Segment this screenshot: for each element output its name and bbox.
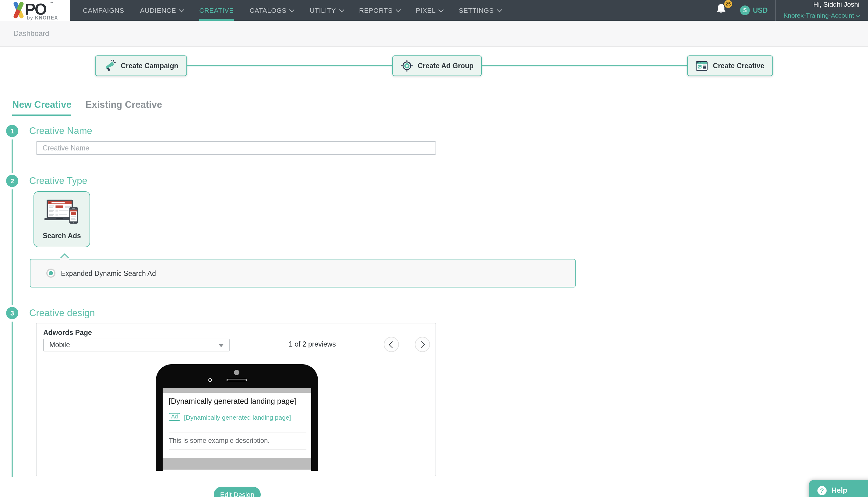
nav-item-label: REPORTS bbox=[359, 7, 393, 14]
section-title-creative-design: Creative design bbox=[29, 307, 95, 319]
question-mark-icon: ? bbox=[817, 486, 827, 495]
breadcrumb-bar: Dashboard bbox=[0, 21, 868, 47]
chevron-down-icon bbox=[497, 7, 502, 13]
top-navbar: PO ™ by KNOREX CAMPAIGNS AUDIENCE CREATI… bbox=[0, 0, 868, 21]
notifications-button[interactable]: 25 bbox=[716, 3, 727, 18]
nav-item-campaigns[interactable]: CAMPAIGNS bbox=[75, 0, 132, 21]
ad-badge: Ad bbox=[169, 413, 180, 421]
stepper-connector bbox=[187, 65, 392, 67]
step-rail-line bbox=[12, 140, 13, 173]
nav-item-label: PIXEL bbox=[416, 7, 436, 14]
logo-byline: by KNOREX bbox=[27, 15, 58, 21]
tab-new-creative[interactable]: New Creative bbox=[12, 99, 72, 116]
step-create-ad-group[interactable]: Create Ad Group bbox=[392, 55, 482, 76]
chevron-down-icon bbox=[179, 7, 184, 13]
dollar-icon: $ bbox=[740, 5, 750, 15]
next-preview-button[interactable] bbox=[415, 337, 430, 352]
previous-preview-button[interactable] bbox=[384, 337, 399, 352]
target-icon bbox=[401, 60, 413, 72]
search-ads-card[interactable]: Search Ads bbox=[33, 191, 90, 247]
megaphone-icon bbox=[103, 60, 116, 72]
creative-design-panel: Adwords Page Mobile 1 of 2 previews [Dyn… bbox=[36, 323, 436, 476]
main-nav: CAMPAIGNS AUDIENCE CREATIVE CATALOGS UTI… bbox=[75, 0, 509, 21]
step-number-1: 1 bbox=[6, 125, 18, 137]
nav-item-catalogs[interactable]: CATALOGS bbox=[242, 0, 302, 21]
phone-sensor-dot bbox=[208, 378, 212, 382]
phone-status-bar bbox=[162, 388, 311, 393]
chevron-down-icon bbox=[396, 7, 401, 13]
phone-camera-dot bbox=[234, 370, 239, 375]
nav-item-label: CREATIVE bbox=[199, 7, 233, 14]
ad-description: This is some example description. bbox=[169, 437, 270, 444]
radio-expanded-dynamic-search-ad[interactable]: Expanded Dynamic Search Ad bbox=[30, 259, 575, 287]
radio-selected-icon bbox=[46, 269, 55, 278]
step-number-2: 2 bbox=[6, 175, 18, 187]
ad-link-row: Ad [Dynamically generated landing page] bbox=[169, 413, 291, 421]
account-name: Knorex-Training-Account bbox=[784, 12, 854, 19]
help-button[interactable]: ? Help bbox=[809, 480, 868, 497]
phone-screen: [Dynamically generated landing page] Ad … bbox=[162, 388, 311, 471]
panel-caret bbox=[60, 255, 69, 259]
stepper-connector bbox=[482, 65, 687, 67]
help-label: Help bbox=[831, 486, 847, 495]
search-ads-illustration bbox=[42, 199, 82, 227]
workflow-stepper: Create Campaign Create Ad Group bbox=[0, 55, 868, 76]
step-create-campaign[interactable]: Create Campaign bbox=[95, 55, 187, 76]
logo-trademark: ™ bbox=[49, 1, 53, 5]
nav-item-label: CAMPAIGNS bbox=[83, 7, 124, 14]
app-viewport: PO ™ by KNOREX CAMPAIGNS AUDIENCE CREATI… bbox=[0, 0, 868, 497]
creative-tabs: New Creative Existing Creative bbox=[12, 99, 162, 116]
nav-item-creative[interactable]: CREATIVE bbox=[191, 0, 242, 21]
ad-window-icon: AD bbox=[696, 61, 708, 71]
adwords-page-label: Adwords Page bbox=[43, 329, 92, 336]
chevron-down-icon bbox=[339, 7, 344, 13]
nav-item-label: CATALOGS bbox=[250, 7, 287, 14]
breadcrumb-item-dashboard[interactable]: Dashboard bbox=[13, 29, 49, 38]
chevron-down-icon bbox=[439, 7, 444, 13]
navbar-right: 25 $ USD Hi, Siddhi Joshi Knorex-Trainin… bbox=[716, 0, 868, 21]
nav-item-audience[interactable]: AUDIENCE bbox=[132, 0, 191, 21]
section-title-creative-name: Creative Name bbox=[29, 125, 92, 137]
landing-page-title: [Dynamically generated landing page] bbox=[169, 397, 296, 406]
step-label: Create Creative bbox=[713, 62, 765, 69]
preview-counter: 1 of 2 previews bbox=[289, 340, 336, 348]
step-label: Create Campaign bbox=[120, 62, 178, 69]
ad-link[interactable]: [Dynamically generated landing page] bbox=[184, 413, 291, 421]
chevron-down-icon bbox=[289, 7, 295, 13]
step-create-creative[interactable]: AD Create Creative bbox=[687, 55, 773, 76]
device-select[interactable]: Mobile bbox=[43, 339, 230, 352]
search-ads-label: Search Ads bbox=[43, 232, 81, 239]
nav-item-label: UTILITY bbox=[310, 7, 336, 14]
step-number-3: 3 bbox=[6, 307, 18, 319]
device-select-value: Mobile bbox=[49, 339, 70, 351]
user-greeting: Hi, Siddhi Joshi bbox=[784, 1, 860, 8]
radio-label: Expanded Dynamic Search Ad bbox=[61, 270, 156, 277]
phone-footer-bar bbox=[162, 458, 311, 470]
section-title-creative-type: Creative Type bbox=[29, 175, 87, 187]
currency-selector[interactable]: $ USD bbox=[740, 5, 768, 15]
creative-name-input[interactable] bbox=[36, 141, 436, 155]
nav-item-utility[interactable]: UTILITY bbox=[302, 0, 351, 21]
chevron-left-icon bbox=[389, 341, 396, 349]
phone-speaker bbox=[227, 379, 247, 381]
divider bbox=[169, 450, 307, 450]
chevron-right-icon bbox=[418, 341, 425, 349]
edit-design-button[interactable]: Edit Design bbox=[214, 487, 261, 497]
svg-text:AD: AD bbox=[698, 65, 702, 68]
mobile-preview: [Dynamically generated landing page] Ad … bbox=[156, 364, 318, 471]
nav-item-reports[interactable]: REPORTS bbox=[351, 0, 408, 21]
nav-item-label: SETTINGS bbox=[459, 7, 494, 14]
chevron-down-icon bbox=[856, 13, 860, 18]
xpo-logo-x-graphic bbox=[12, 2, 26, 18]
nav-item-label: AUDIENCE bbox=[140, 7, 176, 14]
select-arrow-icon bbox=[219, 344, 224, 347]
step-rail-line bbox=[12, 322, 13, 477]
nav-item-pixel[interactable]: PIXEL bbox=[408, 0, 451, 21]
notification-count-badge: 25 bbox=[724, 0, 732, 8]
user-menu[interactable]: Hi, Siddhi Joshi Knorex-Training-Account bbox=[776, 1, 868, 20]
tab-existing-creative[interactable]: Existing Creative bbox=[86, 99, 162, 116]
main-content: Create Campaign Create Ad Group bbox=[0, 47, 868, 497]
xpo-logo[interactable]: PO ™ by KNOREX bbox=[0, 0, 70, 21]
nav-item-settings[interactable]: SETTINGS bbox=[451, 0, 509, 21]
ad-subtype-panel: Expanded Dynamic Search Ad bbox=[30, 259, 575, 287]
